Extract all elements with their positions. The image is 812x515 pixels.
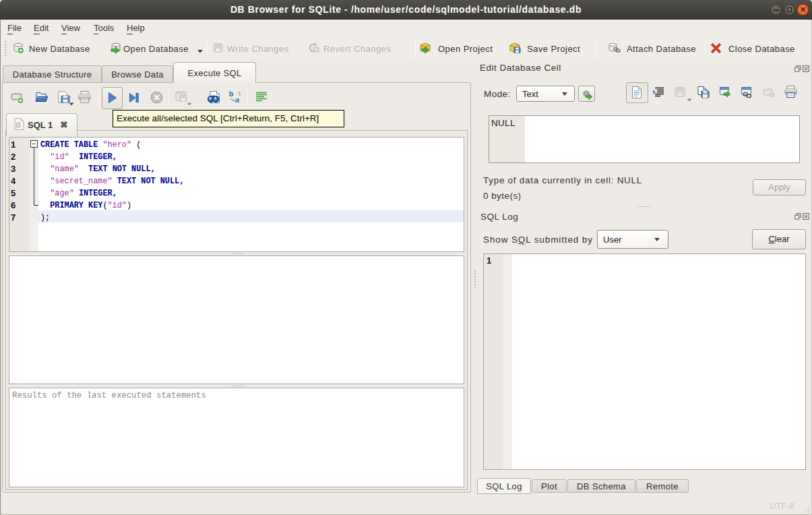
svg-text:a: a <box>235 96 239 104</box>
svg-text:b: b <box>229 90 233 98</box>
